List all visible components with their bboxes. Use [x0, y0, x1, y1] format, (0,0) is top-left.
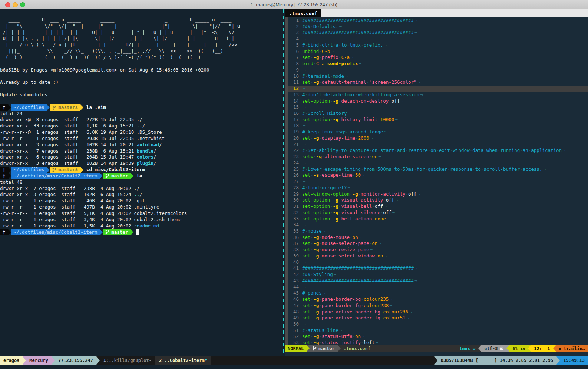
vim-gutter [285, 303, 288, 309]
pane-divider[interactable] [282, 9, 285, 356]
listing-row: drwxr-xr-x 3 eragos staff 102B 14 Jul 20… [0, 142, 282, 148]
vim-line: 32set-option·-g·visual-silence·off¬ [285, 210, 588, 216]
vim-gutter [285, 110, 288, 117]
eol-mark: ¬ [338, 328, 342, 333]
eol-mark: ¬ [302, 160, 306, 166]
vim-code-text: ¬ [302, 160, 306, 166]
eol-mark: ¬ [302, 36, 306, 41]
vim-gutter [285, 259, 288, 266]
eol-mark: ¬ [302, 321, 306, 327]
vim-line: 52set·-g·status-utf8·on¬ [285, 333, 588, 340]
vim-code-text: set·-g·pane-border-bg·colour235¬ [302, 296, 392, 303]
submodule-update-line: Update submodules... [0, 92, 282, 98]
vim-code-text: #·terminal·mode¬ [302, 73, 347, 80]
file-meta: -rw-r--r--@ 1 eragos staff 6,0K 19 Apr 2… [0, 129, 137, 136]
vim-tabline: .tmux.conf [285, 9, 588, 17]
vim-code-text: set-option·-g·bell-action·none¬ [302, 216, 389, 222]
vim-line-number: 34 [288, 222, 302, 228]
file-name: autoload/ [137, 142, 162, 148]
vim-line: 20set·-g·display-time·2000¬ [285, 135, 588, 142]
vim-line-number: 27 [288, 179, 302, 185]
minimize-button[interactable] [13, 2, 18, 7]
vim-line: 41######################################… [285, 265, 588, 272]
vim-code-text: set·-g·status-utf8·on¬ [302, 333, 364, 340]
vim-cursor-position: 12: 1 [531, 345, 553, 352]
git-branch-icon [105, 230, 109, 235]
eol-mark: ¬ [302, 222, 306, 227]
vim-gutter [285, 309, 288, 315]
listing-row: drwxr-xr-x 6 eragos staff 204B 15 Jul 19… [0, 154, 282, 160]
vim-line-number: 3 [288, 30, 302, 36]
vim-line-number: 17 [288, 117, 302, 123]
listing-row: drwxr-xr-x 33 eragos staff 1,1K 6 Aug 15… [0, 123, 282, 129]
vim-code-text: set·-g·display-time·2000¬ [302, 135, 373, 142]
eol-mark: ¬ [562, 147, 565, 153]
vim-tmux-segment: tmux ⚙ [456, 345, 478, 352]
vim-pane[interactable]: .tmux.conf 1############################… [285, 9, 588, 356]
vim-line-number: 28 [288, 185, 302, 191]
file-name[interactable]: readme.md [134, 223, 159, 229]
prompt-status-glyph: † [0, 173, 8, 179]
vim-line-number: 18 [288, 123, 302, 129]
vim-code-text: set-option·-g·visual-silence·off¬ [302, 210, 395, 216]
prompt-path-segment: ~/.dotfiles/misc/Cobalt2-iterm [11, 229, 100, 235]
file-meta: drwxr-xr-x 3 eragos staff 102B 6 Aug 15:… [0, 192, 134, 198]
vim-encoding-segment: utf-8 [481, 345, 506, 352]
vim-code-text: ###·Defaults.¬ [302, 24, 342, 30]
vim-gutter [285, 160, 288, 166]
tmux-window-2[interactable]: 2:..Cobalt2-iterm* [155, 356, 211, 365]
listing-row: -rw-r--r-- 1 eragos staff 1,5K 4 Aug 20:… [0, 223, 282, 229]
eol-mark: ¬ [383, 253, 387, 259]
vim-line-number: 6 [288, 49, 302, 55]
shell-command: cd misc/Cobalt2-iterm [83, 167, 145, 173]
eol-mark: ¬ [330, 49, 334, 54]
vim-line: 36set·-g·mode-mouse·on¬ [285, 235, 588, 241]
vim-buffer: 1#######################################… [285, 17, 588, 345]
eol-mark: ¬ [377, 154, 381, 159]
vim-gutter [285, 272, 288, 278]
shell-prompt: †~/.dotfilesmaster±cd misc/Cobalt2-iterm [0, 167, 282, 173]
vim-code-text: #·bind·ctrl+a·to·tmux·prefix.¬ [302, 42, 387, 49]
vim-gutter [285, 104, 288, 110]
file-name: plugin/ [137, 160, 156, 167]
eol-mark: ¬ [322, 290, 326, 296]
vim-line-number: 14 [288, 98, 302, 104]
listing-row: drwxr-xr-x 3 eragos staff 102B 14 Apr 19… [0, 160, 282, 167]
vim-line: 44¬ [285, 284, 588, 290]
prompt-path-segment: ~/.dotfiles/misc/Cobalt2-iterm [11, 173, 100, 179]
vim-line-number: 23 [288, 154, 302, 160]
eol-mark: ¬ [383, 42, 387, 48]
shell-pane[interactable]: ____ U ___ u _____ _____ _ U _____ u ___… [0, 9, 282, 356]
vim-code-text: ########################################… [302, 278, 417, 284]
file-meta: drwxr-xr-x@ 8 eragos staff 272B 15 Jul 2… [0, 117, 137, 123]
file-name: cobalt2.zsh-theme [134, 217, 181, 223]
vim-gutter [285, 265, 288, 272]
tmux-system-stats: 8385/16384MB [ ] 14.3% 2.65 2.91 2.95 [437, 356, 556, 365]
vim-line-number: 49 [288, 315, 302, 321]
vim-tab-tmux-conf[interactable]: .tmux.conf [285, 9, 321, 17]
vim-line: 28#·loud·or·quiet?¬ [285, 185, 588, 191]
vim-trailing-warning: ● trailin… [556, 345, 588, 352]
listing-row: drwxr-xr-x@ 8 eragos staff 272B 15 Jul 2… [0, 117, 282, 123]
vim-code-text: #·don't·detach·tmux·when·killing·a·sessi… [302, 92, 423, 98]
vim-code-text: #·keep·tmux·msgs·around·longer¬ [302, 129, 389, 135]
vim-scroll-percent: 6% ʟɴ [509, 345, 528, 352]
vim-line: 53set·-g·status-justify·left¬ [285, 340, 588, 345]
vim-line-number: 4 [288, 36, 302, 42]
file-meta: -rw-r--r-- 1 eragos staff 497B 4 Aug 20:… [0, 204, 134, 210]
vim-code-text: set-option·-g·detach-on-destroy·off¬ [302, 98, 403, 104]
eol-mark: ¬ [394, 197, 398, 203]
zoom-button[interactable] [20, 2, 25, 7]
vim-line: 42###·Styling¬ [285, 272, 588, 278]
vim-code-text: ¬ [302, 104, 306, 110]
titlebar: 1. eragos@Mercury | 77.23.155.247 (sh) [0, 0, 588, 9]
git-branch-icon [313, 346, 317, 351]
close-button[interactable] [5, 2, 10, 7]
vim-line: 25#·Lower·escape·timing·from·500ms·to·50… [285, 166, 588, 173]
file-name: .minttyrc [134, 204, 159, 210]
tmux-window-1[interactable]: 1:..kills/gnuplot- [100, 356, 155, 365]
file-meta: -rw-r--r-- 1 eragos staff 3,4K 4 Aug 20:… [0, 217, 134, 223]
vim-gutter [285, 315, 288, 321]
vim-gutter [285, 216, 288, 222]
file-name: ./ [134, 186, 139, 192]
